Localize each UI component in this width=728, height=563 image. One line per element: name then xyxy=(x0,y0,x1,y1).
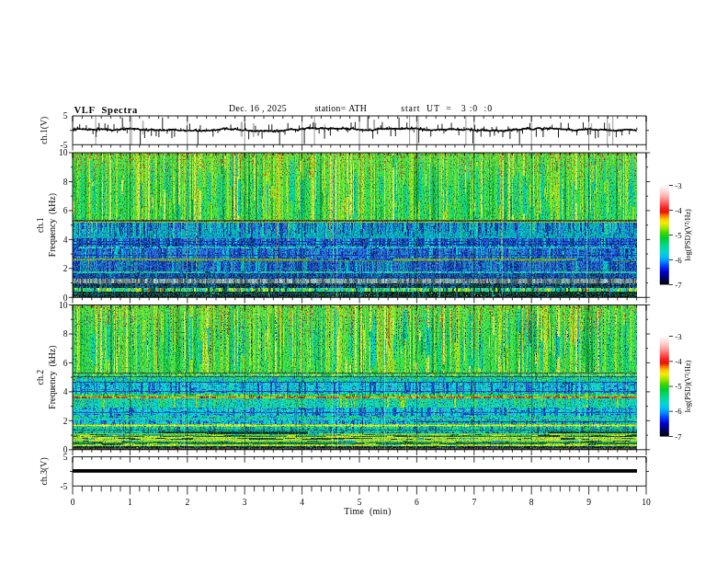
svg-text:Frequency (kHz): Frequency (kHz) xyxy=(47,193,58,257)
svg-text:8: 8 xyxy=(63,329,68,339)
svg-text:8: 8 xyxy=(529,498,534,507)
svg-text:start UT = 3 :0 :0: start UT = 3 :0 :0 xyxy=(401,103,493,113)
svg-text:Time (min): Time (min) xyxy=(344,506,391,517)
svg-text:-6: -6 xyxy=(675,256,682,265)
svg-text:10: 10 xyxy=(59,148,68,157)
svg-text:6: 6 xyxy=(63,206,68,215)
svg-text:log(PSD)(V²/Hz): log(PSD)(V²/Hz) xyxy=(684,360,692,412)
svg-text:Dec. 16 , 2025: Dec. 16 , 2025 xyxy=(229,103,287,113)
svg-text:Frequency (kHz): Frequency (kHz) xyxy=(47,346,58,409)
svg-text:-3: -3 xyxy=(675,332,682,341)
svg-text:5: 5 xyxy=(63,453,68,462)
svg-text:ch.3(V): ch.3(V) xyxy=(40,457,51,485)
svg-text:10: 10 xyxy=(59,301,68,310)
svg-text:log(PSD)(V²/Hz): log(PSD)(V²/Hz) xyxy=(684,209,692,261)
svg-text:0: 0 xyxy=(71,498,75,507)
svg-text:6: 6 xyxy=(63,359,68,368)
svg-text:4: 4 xyxy=(300,498,304,507)
svg-text:ch.1(V): ch.1(V) xyxy=(40,117,51,144)
svg-text:9: 9 xyxy=(586,498,591,507)
svg-text:2: 2 xyxy=(185,498,189,507)
svg-text:-6: -6 xyxy=(675,407,682,416)
svg-text:1: 1 xyxy=(128,498,132,507)
svg-text:-5: -5 xyxy=(675,382,682,391)
svg-text:-4: -4 xyxy=(675,357,682,366)
svg-text:7: 7 xyxy=(472,498,476,507)
svg-text:4: 4 xyxy=(63,236,68,245)
svg-text:-7: -7 xyxy=(675,432,682,442)
svg-text:station= ATH: station= ATH xyxy=(315,103,368,113)
svg-text:10: 10 xyxy=(642,498,651,507)
svg-text:3: 3 xyxy=(243,498,247,507)
svg-text:-4: -4 xyxy=(675,206,682,215)
svg-text:-3: -3 xyxy=(675,181,682,190)
svg-text:5: 5 xyxy=(63,111,68,121)
svg-text:-7: -7 xyxy=(675,281,682,290)
svg-text:ch.1: ch.1 xyxy=(36,217,46,233)
svg-text:-5: -5 xyxy=(61,482,68,491)
svg-text:2: 2 xyxy=(63,417,68,426)
svg-text:-5: -5 xyxy=(675,231,682,240)
svg-text:8: 8 xyxy=(63,178,68,187)
svg-text:ch.2: ch.2 xyxy=(36,370,46,385)
svg-text:6: 6 xyxy=(415,498,419,507)
svg-text:4: 4 xyxy=(63,387,68,396)
svg-text:VLF Spectra: VLF Spectra xyxy=(74,105,139,115)
svg-text:2: 2 xyxy=(63,264,68,273)
